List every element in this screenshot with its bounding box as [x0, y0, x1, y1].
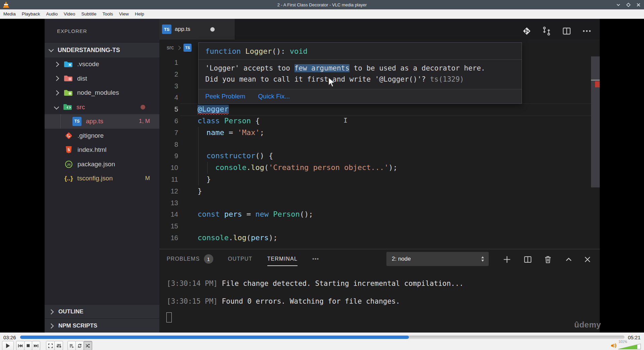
line-number: 8	[159, 139, 178, 150]
line-number: 5	[159, 103, 178, 115]
sidebar-section-npm-scripts[interactable]: NPM SCRIPTS	[45, 318, 159, 333]
line-number: 4	[159, 92, 178, 103]
sidebar-item-index-html[interactable]: 5index.html	[45, 143, 159, 157]
chevron-down-icon[interactable]	[615, 2, 621, 8]
line-number: 14	[159, 209, 178, 220]
code-text: name = 'Max';	[198, 127, 264, 139]
mouse-pointer	[328, 77, 335, 87]
sidebar-item-node-modules[interactable]: node_modules	[45, 86, 159, 100]
menu-item-video[interactable]: Video	[64, 11, 75, 16]
volume-percent: 101%	[619, 340, 627, 344]
menu-item-view[interactable]: View	[119, 11, 129, 16]
code-line[interactable]: 12}	[159, 185, 591, 197]
tab-appts[interactable]: TS app.ts	[159, 19, 235, 40]
modified-dot-icon[interactable]	[210, 27, 215, 32]
sidebar-section-outline[interactable]: OUTLINE	[45, 304, 159, 319]
line-number: 10	[159, 162, 178, 174]
line-number: 15	[159, 220, 178, 232]
sidebar-item-src[interactable]: src	[45, 100, 159, 115]
panel-tab-terminal[interactable]: TERMINAL	[267, 256, 298, 262]
title-bar[interactable]: 2 - A First Class Decorator - VLC media …	[0, 0, 644, 9]
sidebar-item-tsconfig-json[interactable]: {..}tsconfig.jsonM	[45, 171, 159, 186]
chevron-right-icon	[54, 61, 59, 67]
code-line[interactable]: 8	[159, 139, 591, 150]
breadcrumb[interactable]: src TS	[159, 41, 192, 54]
sidebar-item-app-ts[interactable]: TSapp.ts1, M	[45, 114, 159, 129]
split-editor-icon[interactable]	[560, 25, 573, 37]
split-terminal-icon[interactable]	[523, 254, 533, 264]
code-line[interactable]: 13	[159, 197, 591, 209]
menu-item-media[interactable]: Media	[3, 11, 16, 16]
line-number: 3	[159, 80, 178, 92]
code-line[interactable]: 11 }	[159, 174, 591, 185]
sidebar-item-package-json[interactable]: JSpackage.json	[45, 157, 159, 172]
line-number: 13	[159, 197, 178, 209]
code-line[interactable]: 16console.log(pers);	[159, 232, 591, 244]
indent-guide	[60, 114, 61, 129]
terminal-select[interactable]: 2: node	[386, 252, 489, 266]
speaker-icon[interactable]	[610, 343, 617, 348]
sidebar-item-root-folder[interactable]: UNDERSTANDING-TS	[45, 42, 159, 57]
outline-label: OUTLINE	[58, 308, 84, 315]
chevron-down-icon	[54, 104, 59, 110]
code-line[interactable]: 6class Person {	[159, 115, 591, 127]
code-line[interactable]: 5@Logger	[159, 103, 591, 115]
code-line[interactable]: 9 constructor() {	[159, 150, 591, 162]
tree-item-label: package.json	[77, 161, 115, 168]
kill-terminal-icon[interactable]	[543, 254, 553, 264]
tree-item-label: .gitignore	[77, 132, 104, 139]
tree-item-badge: 1, M	[139, 118, 150, 125]
editor-scrollbar[interactable]	[591, 56, 600, 187]
compare-changes-icon[interactable]	[540, 25, 552, 37]
seek-bar-progress	[20, 336, 409, 339]
text-cursor-ibeam: I	[343, 116, 347, 124]
peek-problem-link[interactable]: Peek Problem	[205, 93, 245, 100]
loop-button[interactable]	[75, 341, 84, 350]
npm-scripts-label: NPM SCRIPTS	[58, 322, 97, 329]
maximize-icon[interactable]	[625, 2, 631, 8]
close-icon[interactable]	[635, 2, 641, 8]
sidebar-item--vscode[interactable]: .vscode	[45, 57, 159, 72]
fullscreen-button[interactable]	[46, 341, 55, 350]
breadcrumb-folder[interactable]: src	[167, 45, 174, 51]
modified-dot-icon	[141, 105, 145, 110]
sidebar-item-dist[interactable]: dist	[45, 72, 159, 86]
hover-signature: function Logger(): void	[199, 43, 522, 60]
extended-settings-button[interactable]	[54, 341, 63, 350]
terminal-cursor	[166, 312, 172, 322]
menu-item-subtitle[interactable]: Subtitle	[81, 11, 96, 16]
sidebar-item--gitignore[interactable]: .gitignore	[45, 129, 159, 143]
volume-slider[interactable]	[618, 344, 641, 349]
panel-tab-problems[interactable]: PROBLEMS1	[167, 254, 213, 264]
tree-item-label: node_modules	[77, 89, 119, 96]
tree-item-badge: M	[145, 175, 150, 182]
new-terminal-icon[interactable]	[502, 254, 512, 264]
updown-icon	[481, 255, 485, 263]
play-button[interactable]	[2, 341, 14, 350]
menu-item-audio[interactable]: Audio	[46, 11, 58, 16]
panel-tabs-more-icon[interactable]: •••	[312, 256, 319, 262]
quick-fix-link[interactable]: Quick Fix...	[258, 93, 290, 100]
code-line[interactable]: 15	[159, 220, 591, 232]
panel-tab-output[interactable]: OUTPUT	[228, 256, 253, 262]
open-changes-icon[interactable]	[521, 25, 533, 37]
overview-ruler-cursor-mark	[591, 80, 600, 81]
more-actions-icon[interactable]	[581, 25, 593, 37]
menu-item-playback[interactable]: Playback	[22, 11, 40, 16]
code-line[interactable]: 10 console.log('Creating person object..…	[159, 162, 591, 174]
chevron-down-icon	[49, 47, 54, 52]
chevron-right-icon	[54, 90, 59, 95]
close-panel-icon[interactable]	[582, 254, 592, 264]
tree-item-label: index.html	[77, 146, 107, 154]
menu-item-help[interactable]: Help	[135, 11, 144, 16]
menu-item-tools[interactable]: Tools	[102, 11, 113, 16]
stop-button[interactable]	[24, 341, 32, 350]
maximize-panel-icon[interactable]	[564, 254, 574, 264]
code-line[interactable]: 14const pers = new Person();	[159, 209, 591, 220]
next-button[interactable]	[32, 341, 40, 350]
vlc-control-bar	[0, 333, 644, 350]
random-button[interactable]	[84, 341, 92, 350]
playlist-button[interactable]	[67, 341, 76, 350]
code-line[interactable]: 7 name = 'Max';	[159, 127, 591, 139]
previous-button[interactable]	[16, 341, 24, 350]
